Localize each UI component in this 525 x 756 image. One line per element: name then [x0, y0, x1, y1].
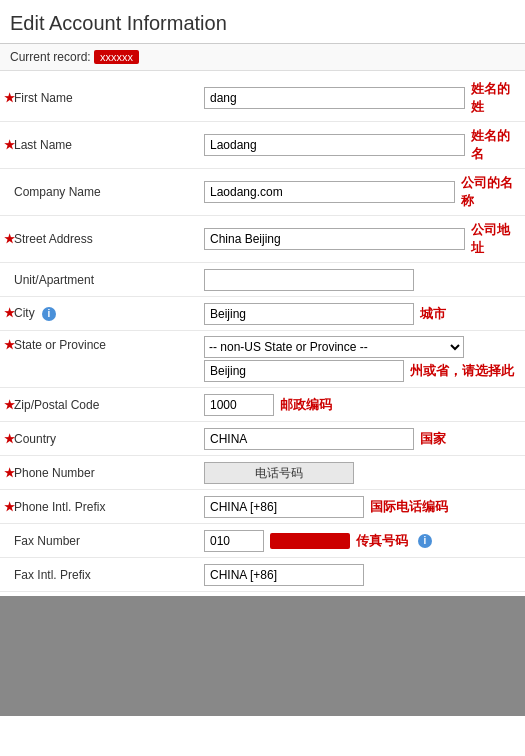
fax-intl-prefix-input[interactable] [204, 564, 364, 586]
current-record-label: Current record: [10, 50, 91, 64]
company-name-input[interactable] [204, 181, 455, 203]
phone-intl-prefix-control: 国际电话编码 [200, 494, 525, 520]
zip-postal-input[interactable] [204, 394, 274, 416]
edit-account-form: ★ First Name 姓名的姓 ★ Last Name 姓名的名 Compa… [0, 71, 525, 596]
city-row: ★ City i 城市 [0, 297, 525, 331]
company-name-row: Company Name 公司的名称 [0, 169, 525, 216]
street-address-label: ★ Street Address [0, 228, 200, 250]
fax-intl-prefix-control [200, 562, 525, 588]
fax-redbox [270, 533, 350, 549]
country-control: 国家 [200, 426, 525, 452]
country-annotation: 国家 [420, 430, 446, 448]
current-record-bar: Current record: xxxxxx [0, 44, 525, 71]
first-name-input[interactable] [204, 87, 465, 109]
company-name-label: Company Name [0, 181, 200, 203]
required-star: ★ [4, 398, 15, 412]
street-address-input[interactable] [204, 228, 465, 250]
last-name-row: ★ Last Name 姓名的名 [0, 122, 525, 169]
phone-intl-prefix-label: ★ Phone Intl. Prefix [0, 496, 200, 518]
first-name-annotation: 姓名的姓 [471, 80, 521, 116]
street-address-row: ★ Street Address 公司地址 [0, 216, 525, 263]
fax-number-row: Fax Number 传真号码 i [0, 524, 525, 558]
city-control: 城市 [200, 301, 525, 327]
unit-apartment-control [200, 267, 525, 293]
record-badge: xxxxxx [94, 50, 139, 64]
phone-number-button[interactable]: 电话号码 [204, 462, 354, 484]
country-input[interactable] [204, 428, 414, 450]
bottom-gray-area [0, 596, 525, 716]
state-province-select[interactable]: -- non-US State or Province -- [204, 336, 464, 358]
unit-apartment-label: Unit/Apartment [0, 269, 200, 291]
phone-number-row: ★ Phone Number 电话号码 [0, 456, 525, 490]
fax-intl-prefix-row: Fax Intl. Prefix [0, 558, 525, 592]
first-name-row: ★ First Name 姓名的姓 [0, 75, 525, 122]
street-address-annotation: 公司地址 [471, 221, 521, 257]
required-star: ★ [4, 466, 15, 480]
city-label: ★ City i [0, 302, 200, 325]
city-annotation: 城市 [420, 305, 446, 323]
phone-intl-prefix-row: ★ Phone Intl. Prefix 国际电话编码 [0, 490, 525, 524]
country-row: ★ Country 国家 [0, 422, 525, 456]
company-name-annotation: 公司的名称 [461, 174, 521, 210]
zip-postal-label: ★ Zip/Postal Code [0, 394, 200, 416]
zip-postal-row: ★ Zip/Postal Code 邮政编码 [0, 388, 525, 422]
required-star: ★ [4, 338, 15, 352]
street-address-control: 公司地址 [200, 219, 525, 259]
phone-number-label: ★ Phone Number [0, 462, 200, 484]
unit-apartment-row: Unit/Apartment [0, 263, 525, 297]
city-info-icon[interactable]: i [42, 307, 56, 321]
first-name-label: ★ First Name [0, 87, 200, 109]
last-name-annotation: 姓名的名 [471, 127, 521, 163]
fax-number-control: 传真号码 i [200, 528, 525, 554]
state-province-label: ★ State or Province [0, 334, 200, 356]
state-province-row: ★ State or Province -- non-US State or P… [0, 331, 525, 388]
state-province-annotation: 州或省，请选择此 [410, 362, 514, 380]
fax-info-icon[interactable]: i [418, 534, 432, 548]
required-star: ★ [4, 138, 15, 152]
page-title: Edit Account Information [10, 12, 515, 35]
fax-number-annotation: 传真号码 [356, 532, 408, 550]
zip-postal-control: 邮政编码 [200, 392, 525, 418]
state-province-input[interactable] [204, 360, 404, 382]
last-name-label: ★ Last Name [0, 134, 200, 156]
required-star: ★ [4, 500, 15, 514]
fax-number-prefix-input[interactable] [204, 530, 264, 552]
last-name-control: 姓名的名 [200, 125, 525, 165]
phone-intl-prefix-input[interactable] [204, 496, 364, 518]
city-input[interactable] [204, 303, 414, 325]
required-star: ★ [4, 91, 15, 105]
required-star: ★ [4, 306, 15, 320]
required-star: ★ [4, 432, 15, 446]
unit-apartment-input[interactable] [204, 269, 414, 291]
fax-number-label: Fax Number [0, 530, 200, 552]
phone-intl-prefix-annotation: 国际电话编码 [370, 498, 448, 516]
page-header: Edit Account Information Current record:… [0, 0, 525, 71]
required-star: ★ [4, 232, 15, 246]
last-name-input[interactable] [204, 134, 465, 156]
zip-postal-annotation: 邮政编码 [280, 396, 332, 414]
phone-number-control: 电话号码 [200, 460, 525, 486]
company-name-control: 公司的名称 [200, 172, 525, 212]
first-name-control: 姓名的姓 [200, 78, 525, 118]
country-label: ★ Country [0, 428, 200, 450]
fax-intl-prefix-label: Fax Intl. Prefix [0, 564, 200, 586]
